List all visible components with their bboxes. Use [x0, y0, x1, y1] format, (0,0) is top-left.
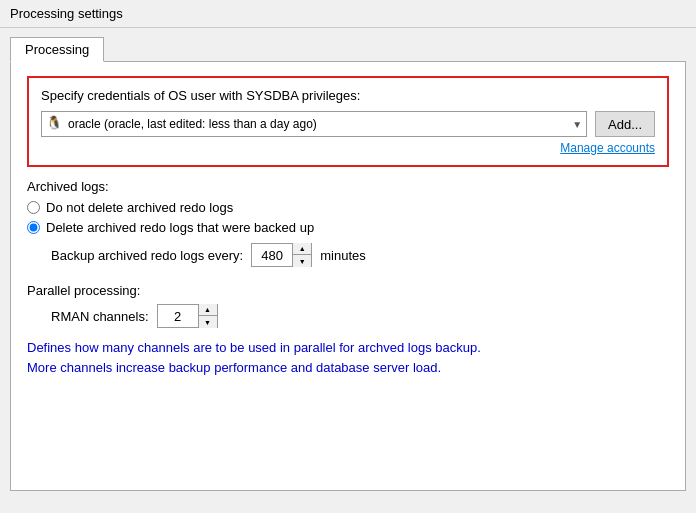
- rman-channels-input[interactable]: [158, 305, 198, 327]
- radio-delete-backed: Delete archived redo logs that were back…: [27, 220, 669, 235]
- backup-interval-spinner[interactable]: ▲ ▼: [251, 243, 312, 267]
- radio-no-delete: Do not delete archived redo logs: [27, 200, 669, 215]
- account-dropdown[interactable]: 🐧 oracle (oracle, last edited: less than…: [41, 111, 587, 137]
- parallel-label: Parallel processing:: [27, 283, 669, 298]
- backup-interval-arrows: ▲ ▼: [292, 243, 311, 267]
- archived-logs-label: Archived logs:: [27, 179, 669, 194]
- radio-no-delete-input[interactable]: [27, 201, 40, 214]
- manage-accounts-link[interactable]: Manage accounts: [41, 141, 655, 155]
- rman-channels-arrows: ▲ ▼: [198, 304, 217, 328]
- radio-no-delete-label: Do not delete archived redo logs: [46, 200, 233, 215]
- minutes-label: minutes: [320, 248, 366, 263]
- rman-channels-down[interactable]: ▼: [199, 316, 217, 328]
- parallel-info-text: Defines how many channels are to be used…: [27, 338, 669, 377]
- backup-interval-input[interactable]: [252, 244, 292, 266]
- dropdown-arrow-icon: ▼: [572, 119, 582, 130]
- credentials-label: Specify credentials of OS user with SYSD…: [41, 88, 655, 103]
- add-button[interactable]: Add...: [595, 111, 655, 137]
- backup-interval-row: Backup archived redo logs every: ▲ ▼ min…: [51, 243, 669, 267]
- radio-delete-backed-input[interactable]: [27, 221, 40, 234]
- tab-processing[interactable]: Processing: [10, 37, 104, 62]
- radio-delete-backed-label: Delete archived redo logs that were back…: [46, 220, 314, 235]
- main-panel: Specify credentials of OS user with SYSD…: [10, 61, 686, 491]
- credentials-section: Specify credentials of OS user with SYSD…: [27, 76, 669, 167]
- rman-channels-up[interactable]: ▲: [199, 304, 217, 316]
- rman-row: RMAN channels: ▲ ▼: [51, 304, 669, 328]
- rman-channels-spinner[interactable]: ▲ ▼: [157, 304, 218, 328]
- linux-icon: 🐧: [46, 115, 64, 133]
- backup-interval-up[interactable]: ▲: [293, 243, 311, 255]
- credentials-row: 🐧 oracle (oracle, last edited: less than…: [41, 111, 655, 137]
- parallel-section: Parallel processing: RMAN channels: ▲ ▼ …: [27, 283, 669, 377]
- account-dropdown-text: oracle (oracle, last edited: less than a…: [68, 117, 568, 131]
- rman-channels-label: RMAN channels:: [51, 309, 149, 324]
- window-title: Processing settings: [0, 0, 696, 28]
- tab-bar: Processing: [0, 28, 696, 61]
- backup-interval-down[interactable]: ▼: [293, 255, 311, 267]
- backup-interval-label: Backup archived redo logs every:: [51, 248, 243, 263]
